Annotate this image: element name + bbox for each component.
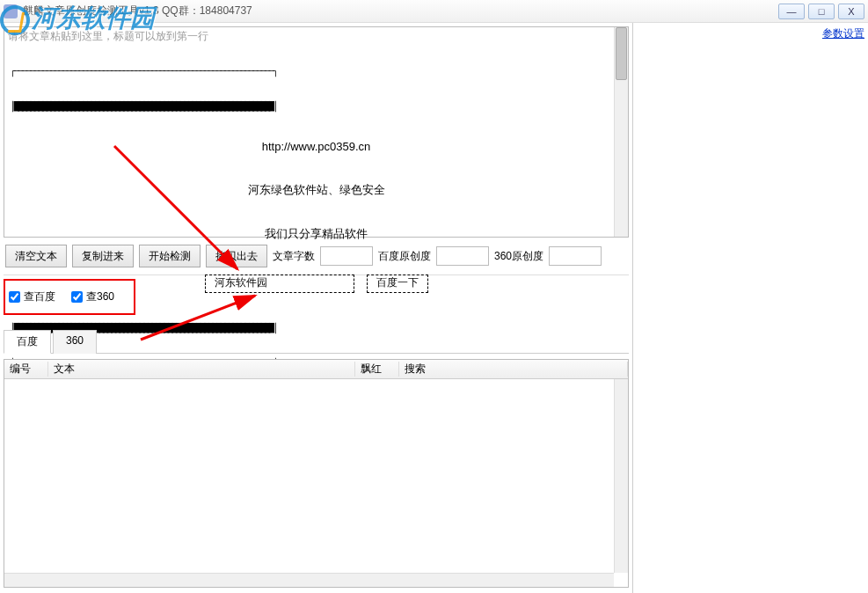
grid-col-search[interactable]: 搜索 (399, 362, 628, 377)
grid-col-highlight[interactable]: 飘红 (355, 362, 399, 377)
grid-col-id[interactable]: 编号 (4, 362, 48, 377)
right-panel: 参数设置 (633, 23, 868, 593)
tab-baidu[interactable]: 百度 (4, 330, 51, 354)
scrollbar-thumb[interactable] (616, 27, 627, 80)
close-button[interactable]: X (838, 4, 864, 19)
window-title: 麒麟文章原创度检测工具v1.3 QQ群：184804737 (23, 4, 778, 18)
grid-header: 编号 文本 飘红 搜索 (4, 360, 628, 379)
grid-col-text[interactable]: 文本 (48, 362, 355, 377)
grid-body (4, 379, 628, 571)
grid-scrollbar-vertical[interactable] (614, 379, 628, 573)
titlebar: 麒麟文章原创度检测工具v1.3 QQ群：184804737 — □ X (0, 0, 868, 23)
grid-scrollbar-horizontal[interactable] (4, 573, 614, 587)
textarea-scrollbar[interactable] (614, 27, 628, 237)
results-grid: 编号 文本 飘红 搜索 (4, 359, 629, 588)
article-textarea[interactable]: 请将文章粘贴到这里，标题可以放到第一行 ┌───────────────────… (4, 26, 629, 238)
minimize-button[interactable]: — (778, 4, 805, 19)
params-settings-link[interactable]: 参数设置 (822, 26, 864, 41)
textarea-placeholder: 请将文章粘贴到这里，标题可以放到第一行 (8, 29, 208, 44)
app-icon (4, 4, 18, 18)
maximize-button[interactable]: □ (808, 4, 835, 19)
tab-360[interactable]: 360 (53, 330, 97, 354)
